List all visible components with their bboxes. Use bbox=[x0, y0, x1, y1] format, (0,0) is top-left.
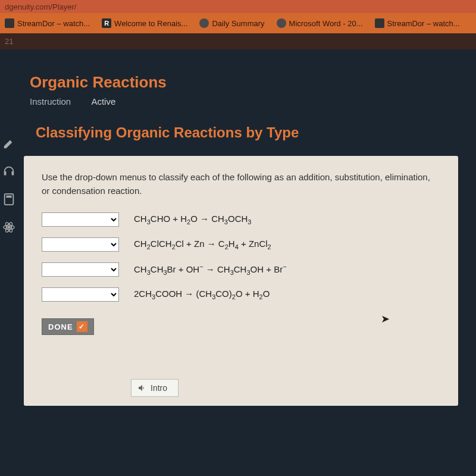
sidebar bbox=[0, 131, 18, 240]
reaction-dropdown-3[interactable] bbox=[42, 262, 119, 277]
speaker-icon bbox=[137, 383, 147, 393]
reaction-row-2: CH2ClCH2Cl + Zn → C2H4 + ZnCl2 bbox=[42, 237, 440, 252]
reaction-formula-1: CH3CHO + H2O → CH3OCH3 bbox=[134, 214, 251, 226]
bookmark-streamdor-1[interactable]: StreamDor – watch... bbox=[5, 18, 90, 28]
bookmarks-bar: StreamDor – watch... R Welcome to Renais… bbox=[0, 13, 476, 33]
reaction-row-1: CH3CHO + H2O → CH3OCH3 bbox=[42, 212, 440, 227]
svg-rect-1 bbox=[6, 196, 11, 198]
reaction-row-4: 2CH3COOH → (CH3CO)2O + H2O bbox=[42, 287, 440, 302]
status-label: Active bbox=[91, 96, 115, 107]
checkmark-icon: ✓ bbox=[77, 321, 87, 332]
done-label: DONE bbox=[48, 322, 73, 331]
reaction-dropdown-1[interactable] bbox=[42, 212, 119, 227]
pencil-icon[interactable] bbox=[2, 137, 15, 150]
bookmark-streamdor-2[interactable]: StreamDor – watch... bbox=[375, 18, 460, 28]
headphones-icon[interactable] bbox=[2, 165, 15, 178]
bookmark-renaissance[interactable]: R Welcome to Renais... bbox=[102, 18, 187, 28]
bookmark-icon: R bbox=[102, 18, 111, 28]
calculator-icon[interactable] bbox=[2, 193, 15, 206]
done-button[interactable]: DONE ✓ bbox=[42, 318, 94, 335]
page-indicator: 21 bbox=[0, 33, 476, 49]
bookmark-label: Daily Summary bbox=[212, 19, 264, 28]
bookmark-icon bbox=[5, 18, 14, 28]
content-box: Use the drop-down menus to classify each… bbox=[24, 156, 458, 406]
lesson-subtitle: Instruction Active bbox=[30, 96, 446, 107]
bookmark-word[interactable]: Microsoft Word - 20... bbox=[277, 18, 363, 28]
bookmark-daily-summary[interactable]: Daily Summary bbox=[199, 18, 264, 28]
intro-label: Intro bbox=[151, 383, 167, 393]
instructions-text: Use the drop-down menus to classify each… bbox=[42, 171, 440, 198]
atom-icon[interactable] bbox=[2, 221, 15, 234]
lesson-header: Organic Reactions Instruction Active bbox=[0, 49, 476, 118]
instruction-label: Instruction bbox=[30, 96, 71, 107]
ring-icon bbox=[277, 18, 286, 28]
reaction-formula-2: CH2ClCH2Cl + Zn → C2H4 + ZnCl2 bbox=[134, 239, 271, 250]
bookmark-label: StreamDor – watch... bbox=[17, 19, 90, 28]
reaction-dropdown-4[interactable] bbox=[42, 287, 119, 302]
content-header: Classifying Organic Reactions by Type bbox=[0, 118, 476, 156]
svg-point-2 bbox=[8, 226, 10, 228]
lesson-title: Organic Reactions bbox=[30, 73, 446, 92]
cursor-icon: ➤ bbox=[381, 312, 390, 325]
reaction-row-3: CH3CH3Br + OH− → CH3CH3OH + Br− bbox=[42, 262, 440, 277]
bookmark-label: Microsoft Word - 20... bbox=[289, 19, 363, 28]
bookmark-icon bbox=[375, 18, 384, 28]
reaction-formula-3: CH3CH3Br + OH− → CH3CH3OH + Br− bbox=[134, 263, 287, 276]
url-bar[interactable]: dgenuity.com/Player/ bbox=[0, 0, 476, 13]
intro-button[interactable]: Intro bbox=[131, 379, 178, 397]
reaction-dropdown-2[interactable] bbox=[42, 237, 119, 252]
bookmark-label: StreamDor – watch... bbox=[387, 19, 460, 28]
content-title: Classifying Organic Reactions by Type bbox=[36, 124, 440, 141]
bookmark-label: Welcome to Renais... bbox=[114, 19, 187, 28]
reaction-formula-4: 2CH3COOH → (CH3CO)2O + H2O bbox=[134, 289, 270, 300]
ring-icon bbox=[199, 18, 209, 28]
